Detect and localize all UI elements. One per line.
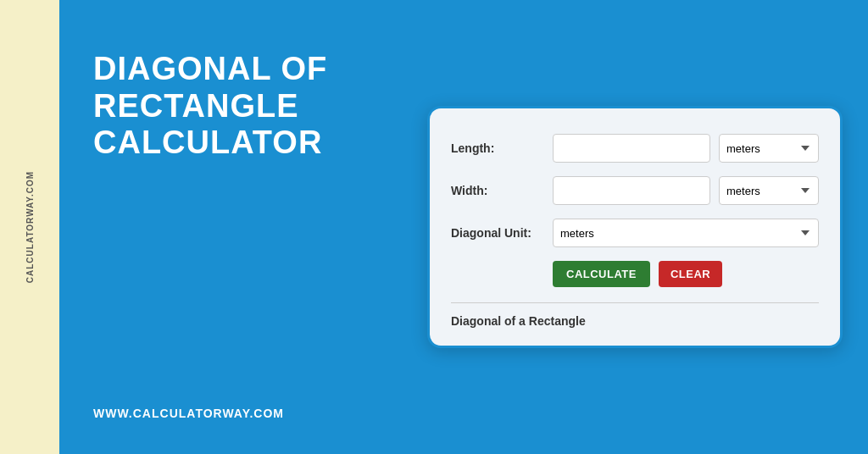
result-section: Diagonal of a Rectangle [451, 302, 819, 329]
left-strip-text: CALCULATORWAY.COM [25, 171, 35, 283]
title-section: DIAGONAL OF RECTANGLE CALCULATOR [93, 34, 393, 162]
width-row: Width: meters kilometers centimeters mil… [451, 176, 819, 205]
title-line1: DIAGONAL OF [93, 51, 393, 88]
right-section: Length: meters kilometers centimeters mi… [419, 0, 868, 454]
button-row: CALCULATE CLEAR [553, 261, 819, 287]
calculate-button[interactable]: CALCULATE [553, 261, 650, 287]
result-label: Diagonal of a Rectangle [451, 314, 586, 328]
width-unit-select[interactable]: meters kilometers centimeters millimeter… [719, 176, 819, 205]
calculator-card: Length: meters kilometers centimeters mi… [427, 106, 843, 348]
length-input[interactable] [553, 134, 710, 163]
length-label: Length: [451, 141, 553, 155]
width-label: Width: [451, 184, 553, 197]
main-content: DIAGONAL OF RECTANGLE CALCULATOR WWW.CAL… [59, 0, 419, 454]
bottom-url: WWW.CALCULATORWAY.COM [93, 407, 393, 429]
diagonal-unit-label: Diagonal Unit: [451, 226, 553, 240]
page-title: DIAGONAL OF RECTANGLE CALCULATOR [93, 51, 393, 162]
length-unit-select[interactable]: meters kilometers centimeters millimeter… [719, 134, 819, 163]
diagonal-unit-select[interactable]: meters kilometers centimeters millimeter… [553, 219, 819, 247]
length-row: Length: meters kilometers centimeters mi… [451, 134, 819, 163]
title-line2: RECTANGLE [93, 88, 393, 125]
left-strip: CALCULATORWAY.COM [0, 0, 59, 454]
width-input[interactable] [553, 176, 710, 205]
diagonal-select-wrapper: meters kilometers centimeters millimeter… [553, 219, 819, 247]
title-line3: CALCULATOR [93, 125, 393, 162]
diagonal-unit-row: Diagonal Unit: meters kilometers centime… [451, 219, 819, 247]
clear-button[interactable]: CLEAR [659, 261, 722, 287]
